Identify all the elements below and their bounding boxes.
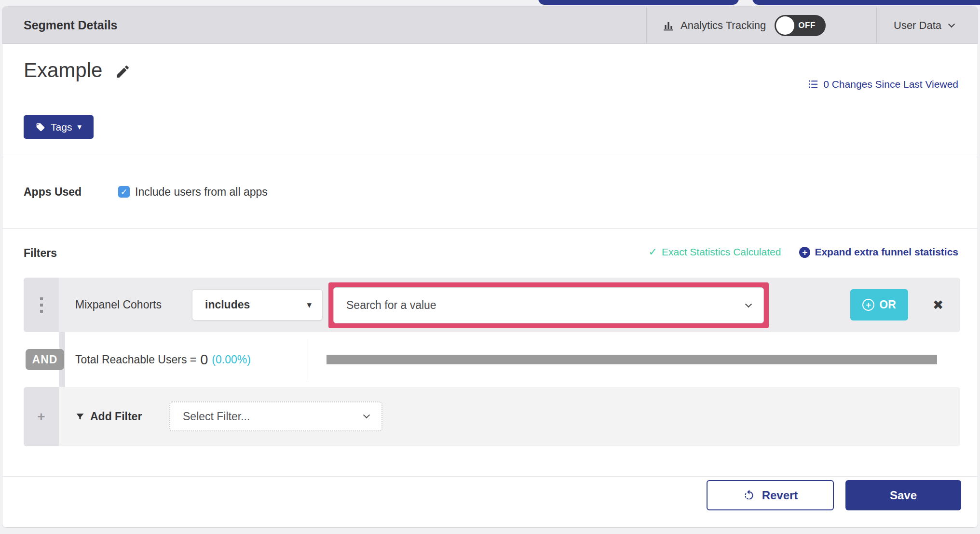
drag-dots-icon	[40, 297, 43, 313]
analytics-tracking-toggle[interactable]: OFF	[775, 15, 826, 36]
select-filter-placeholder: Select Filter...	[183, 410, 250, 423]
tags-button[interactable]: Tags ▾	[24, 115, 94, 139]
analytics-tracking-label: Analytics Tracking	[681, 19, 766, 32]
apps-used-label: Apps Used	[24, 186, 118, 199]
funnel-filter-icon	[75, 412, 85, 422]
top-nav-pill-left[interactable]	[538, 0, 739, 5]
edit-pencil-icon[interactable]	[115, 64, 131, 80]
close-icon: ✖	[933, 297, 944, 313]
reachable-users-percent: (0.00%)	[212, 353, 251, 366]
add-filter-row: + Add Filter Select Filter...	[24, 387, 960, 446]
section-divider	[2, 476, 978, 477]
add-filter-label-group: Add Filter	[75, 410, 142, 423]
apps-used-row: Apps Used ✓ Include users from all apps	[24, 155, 268, 228]
checkmark-icon: ✓	[121, 187, 127, 197]
filter-value-select[interactable]: Search for a value	[333, 287, 764, 323]
header-divider	[646, 7, 647, 43]
segment-name: Example	[24, 59, 102, 82]
reachable-users-count: 0	[200, 352, 208, 368]
revert-button-label: Revert	[762, 489, 798, 502]
reachable-users-label: Total Reachable Users =	[75, 353, 196, 366]
changes-since-last-viewed-link[interactable]: 0 Changes Since Last Viewed	[807, 78, 958, 90]
include-all-apps-checkbox[interactable]: ✓	[118, 186, 130, 198]
caret-down-icon: ▾	[77, 123, 82, 131]
expand-funnel-statistics-label: Expand extra funnel statistics	[815, 246, 958, 258]
chevron-down-icon	[745, 301, 752, 307]
changes-link-label: 0 Changes Since Last Viewed	[823, 79, 958, 90]
filters-title: Filters	[24, 247, 57, 260]
exact-statistics-status: ✓ Exact Statistics Calculated	[649, 246, 781, 258]
filter-row-body: Mixpanel Cohorts includes ▾ Search for a…	[59, 278, 960, 332]
tag-icon	[36, 122, 45, 132]
filter-operator-value: includes	[205, 298, 250, 311]
segment-details-card: Segment Details Analytics Tracking OFF U…	[2, 6, 978, 528]
triangle-down-icon: ▾	[307, 299, 312, 310]
remove-filter-button[interactable]: ✖	[930, 278, 946, 332]
total-reachable-users: Total Reachable Users = 0 (0.00%)	[75, 332, 251, 387]
plus-circle-icon: +	[799, 247, 810, 258]
filter-field-label: Mixpanel Cohorts	[75, 298, 162, 311]
add-or-condition-button[interactable]: + OR	[850, 289, 908, 320]
change-list-icon	[807, 78, 819, 90]
filter-drag-handle[interactable]	[24, 278, 59, 332]
and-connector-badge: AND	[26, 349, 64, 370]
check-icon: ✓	[649, 246, 657, 258]
bar-chart-icon	[662, 19, 675, 32]
include-all-apps-label: Include users from all apps	[135, 186, 268, 199]
revert-button[interactable]: Revert	[707, 480, 834, 510]
filter-row: Mixpanel Cohorts includes ▾ Search for a…	[24, 278, 960, 332]
toggle-knob	[776, 16, 794, 35]
header-bar: Segment Details Analytics Tracking OFF U…	[2, 7, 978, 44]
tags-button-label: Tags	[51, 121, 72, 133]
vertical-divider	[308, 339, 308, 380]
user-data-label: User Data	[894, 19, 941, 32]
header-divider	[876, 7, 877, 43]
highlight-annotation-box: Search for a value	[328, 282, 769, 328]
add-filter-handle-column: +	[24, 387, 59, 446]
analytics-tracking-control: Analytics Tracking OFF	[662, 7, 826, 44]
add-filter-label: Add Filter	[90, 410, 142, 423]
filter-operator-select[interactable]: includes ▾	[192, 289, 323, 320]
segment-name-row: Example	[24, 59, 131, 82]
segment-details-page: Segment Details Analytics Tracking OFF U…	[0, 0, 980, 534]
filter-value-placeholder: Search for a value	[346, 299, 436, 312]
page-title: Segment Details	[24, 7, 118, 44]
top-nav-pill-right[interactable]	[752, 0, 980, 5]
exact-statistics-label: Exact Statistics Calculated	[662, 246, 781, 258]
select-filter-dropdown[interactable]: Select Filter...	[169, 401, 382, 431]
save-button-label: Save	[890, 489, 917, 502]
plus-icon: +	[37, 409, 45, 425]
section-divider	[2, 228, 978, 229]
filters-status-links: ✓ Exact Statistics Calculated + Expand e…	[649, 246, 958, 258]
expand-funnel-statistics-link[interactable]: + Expand extra funnel statistics	[799, 246, 958, 258]
revert-undo-icon	[743, 489, 755, 502]
user-data-dropdown[interactable]: User Data	[894, 7, 954, 44]
plus-circle-icon: +	[862, 299, 874, 311]
or-button-label: OR	[879, 298, 896, 311]
reachable-users-progress-bar	[327, 355, 937, 364]
toggle-state-label: OFF	[798, 21, 816, 30]
chevron-down-icon	[948, 21, 955, 27]
add-filter-row-body: Add Filter Select Filter...	[59, 387, 960, 446]
chevron-down-icon	[363, 412, 370, 418]
save-button[interactable]: Save	[845, 480, 961, 510]
